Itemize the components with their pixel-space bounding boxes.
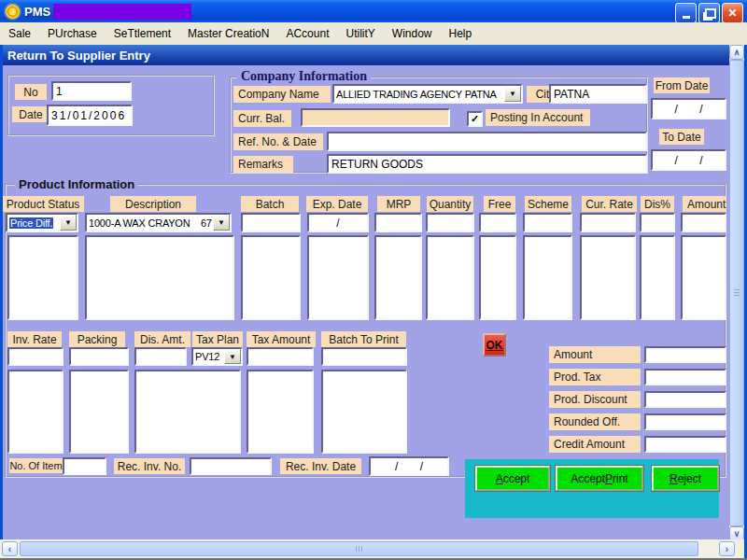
date-field[interactable]: 31/01/2006 xyxy=(47,105,133,126)
packing-field[interactable] xyxy=(69,347,129,366)
cur-rate-header: Cur. Rate xyxy=(582,196,637,212)
ref-no-date-label: Ref. No. & Date xyxy=(233,133,323,150)
inv-rate-list[interactable] xyxy=(7,370,63,454)
batch-field[interactable] xyxy=(241,213,301,232)
reject-button[interactable]: Reject xyxy=(652,466,719,491)
no-of-item-label: No. Of Item xyxy=(9,458,63,473)
prod-tax-field[interactable] xyxy=(644,369,726,385)
quantity-list[interactable] xyxy=(426,235,474,320)
curr-bal-field xyxy=(301,108,450,127)
app-sun-icon xyxy=(6,5,20,19)
rec-inv-date-field[interactable]: / / xyxy=(369,456,449,476)
prod-discount-label: Prod. Discount xyxy=(549,391,641,408)
inv-rate-field[interactable] xyxy=(7,347,63,366)
window-title: PMS xyxy=(24,5,50,19)
company-info-title: Company Information xyxy=(237,69,371,84)
city-field[interactable]: PATNA xyxy=(549,84,647,104)
cur-rate-list[interactable] xyxy=(580,235,636,320)
thumb-grip xyxy=(356,546,363,552)
menu-settlement[interactable]: SeTtlement xyxy=(106,24,179,43)
batch-to-print-list[interactable] xyxy=(321,370,407,454)
mrp-field[interactable] xyxy=(374,213,422,232)
description-header: Description xyxy=(110,196,196,212)
from-date-field[interactable]: / / xyxy=(651,98,726,119)
close-button[interactable]: ✕ xyxy=(722,3,743,23)
window-titlebar: PMS ✕ xyxy=(0,0,747,22)
tax-amount-list[interactable] xyxy=(247,370,314,454)
mrp-header: MRP xyxy=(377,196,420,212)
exp-date-header: Exp. Date xyxy=(306,196,368,212)
menu-window[interactable]: Window xyxy=(384,24,441,43)
product-status-list[interactable] xyxy=(7,235,78,320)
tax-plan-dropdown[interactable]: PV12 ▼ xyxy=(191,347,243,366)
curr-bal-label: Curr. Bal. xyxy=(233,110,291,127)
description-list[interactable] xyxy=(85,235,234,320)
no-of-item-field[interactable] xyxy=(63,457,106,475)
minimize-button[interactable] xyxy=(675,3,697,23)
menu-account[interactable]: ACcount xyxy=(277,24,337,43)
menu-purchase[interactable]: PUrchase xyxy=(39,24,106,43)
packing-list[interactable] xyxy=(69,370,129,454)
scroll-right-icon[interactable]: › xyxy=(719,541,735,556)
from-date-label: From Date xyxy=(654,77,710,93)
rec-inv-no-field[interactable] xyxy=(190,457,272,475)
menu-utility[interactable]: UtilitY xyxy=(337,24,383,43)
product-status-dropdown[interactable]: Price Diff. ▼ xyxy=(6,213,78,232)
dis-pct-header: Dis% xyxy=(641,196,674,212)
company-name-label: Company Name xyxy=(233,86,331,103)
tax-plan-header: Tax Plan xyxy=(192,331,243,347)
amount-list[interactable] xyxy=(681,235,726,320)
tax-amount-field[interactable] xyxy=(247,347,314,366)
exp-date-field[interactable]: / xyxy=(307,213,369,232)
batch-to-print-field[interactable] xyxy=(321,347,407,366)
rounded-off-field[interactable] xyxy=(644,413,726,430)
packing-header: Packing xyxy=(69,331,125,347)
menu-master-creation[interactable]: Master CreatioN xyxy=(179,24,277,43)
chevron-down-icon[interactable]: ▼ xyxy=(224,349,241,364)
dis-amt-tax-plan-list[interactable] xyxy=(134,370,241,454)
posting-in-account-checkbox[interactable]: ✓ xyxy=(467,111,483,127)
amount-field[interactable] xyxy=(681,213,726,232)
ref-no-date-field[interactable] xyxy=(327,132,647,151)
product-status-value: Price Diff. xyxy=(9,217,53,229)
accept-button[interactable]: Accept xyxy=(475,466,550,491)
menu-help[interactable]: Help xyxy=(441,24,481,43)
cur-rate-field[interactable] xyxy=(580,213,636,232)
dis-amt-field[interactable] xyxy=(134,347,187,366)
credit-amount-label: Credit Amount xyxy=(549,436,641,453)
chevron-down-icon[interactable]: ▼ xyxy=(60,215,77,231)
dis-pct-field[interactable] xyxy=(640,213,675,232)
menu-bar: Sale PUrchase SeTtlement Master CreatioN… xyxy=(0,22,747,45)
scroll-left-icon[interactable]: ‹ xyxy=(2,541,18,556)
total-amount-field[interactable] xyxy=(644,346,726,363)
menu-sale[interactable]: Sale xyxy=(0,24,39,43)
horizontal-scrollbar-thumb[interactable] xyxy=(20,541,698,556)
scheme-list[interactable] xyxy=(523,235,572,320)
ok-button[interactable]: OK xyxy=(483,333,506,357)
accept-print-button[interactable]: Accept Print xyxy=(556,466,643,491)
restore-button[interactable] xyxy=(698,3,720,23)
to-date-field[interactable]: / / xyxy=(651,149,726,171)
batch-list[interactable] xyxy=(241,235,301,320)
company-name-dropdown[interactable]: ALLIED TRADING AGENCY PATNA ▼ xyxy=(332,84,523,104)
scroll-up-icon[interactable]: ∧ xyxy=(729,45,744,60)
dis-pct-list[interactable] xyxy=(640,235,675,320)
posting-in-account-label: Posting In Account xyxy=(486,109,590,126)
free-list[interactable] xyxy=(479,235,516,320)
quantity-field[interactable] xyxy=(426,213,474,232)
description-dropdown[interactable]: 1000-A WAX CRAYON 67 ▼ xyxy=(85,213,232,232)
chevron-down-icon[interactable]: ▼ xyxy=(504,86,521,102)
scheme-field[interactable] xyxy=(523,213,572,232)
remarks-field[interactable]: RETURN GOODS xyxy=(327,154,647,174)
free-field[interactable] xyxy=(479,213,516,232)
description-value: 1000-A WAX CRAYON 67 xyxy=(87,217,213,229)
mrp-list[interactable] xyxy=(374,235,422,320)
company-name-value: ALLIED TRADING AGENCY PATNA xyxy=(334,89,504,100)
chevron-down-icon[interactable]: ▼ xyxy=(213,215,230,231)
prod-discount-field[interactable] xyxy=(644,391,726,408)
vertical-scrollbar-thumb[interactable] xyxy=(729,60,744,526)
no-field[interactable]: 1 xyxy=(51,81,132,101)
credit-amount-field[interactable] xyxy=(644,436,726,453)
exp-date-list[interactable] xyxy=(307,235,369,320)
minimize-icon xyxy=(683,16,690,19)
